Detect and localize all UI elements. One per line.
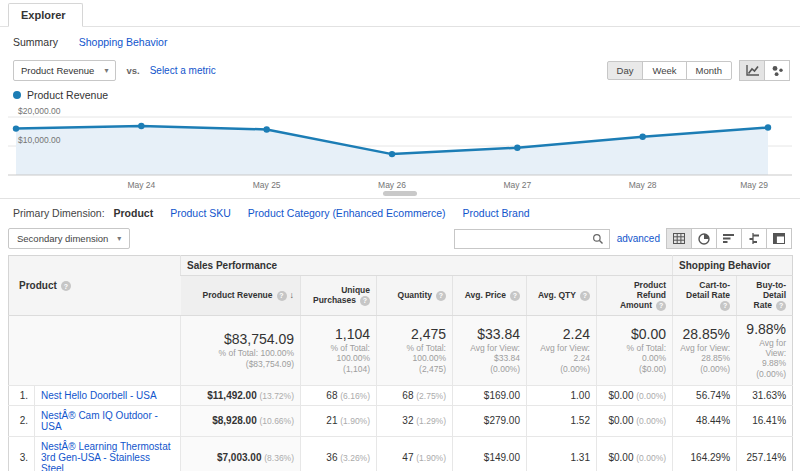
unique-purchases-cell: 68 (6.16%) xyxy=(301,385,377,405)
info-icon: ? xyxy=(61,281,71,291)
product-link[interactable]: NestÂ® Learning Thermostat 3rd Gen-USA -… xyxy=(41,441,170,471)
search-icon[interactable] xyxy=(587,230,609,248)
data-point-marker[interactable] xyxy=(639,134,645,140)
quantity-cell: 32 (1.29%) xyxy=(377,405,453,436)
subnav-summary[interactable]: Summary xyxy=(13,36,58,48)
info-icon: ? xyxy=(510,291,520,301)
buy-to-detail-cell: 16.41% xyxy=(737,405,793,436)
line-chart-icon xyxy=(746,65,759,76)
granularity-day-button[interactable]: Day xyxy=(607,61,644,80)
dimension-product-sku[interactable]: Product SKU xyxy=(170,207,231,219)
secondary-dimension-dropdown[interactable]: Secondary dimension ▾ xyxy=(8,228,130,249)
row-rank: 2. xyxy=(9,405,35,436)
avg-price-cell: $169.00 xyxy=(453,385,527,405)
totals-refund: $0.00 % of Total: 0.00% ($0.00) xyxy=(597,315,673,385)
column-header-avg-qty[interactable]: Avg. QTY? xyxy=(527,276,597,316)
motion-chart-button[interactable] xyxy=(764,60,790,81)
subnav-shopping-behavior[interactable]: Shopping Behavior xyxy=(79,36,168,48)
performance-view-button[interactable] xyxy=(716,228,742,249)
comparison-view-button[interactable] xyxy=(741,228,767,249)
column-header-quantity[interactable]: Quantity? xyxy=(377,276,453,316)
tab-explorer[interactable]: Explorer xyxy=(8,3,83,27)
data-point-marker[interactable] xyxy=(13,125,19,131)
table-search xyxy=(454,229,610,249)
totals-cart-to-detail: 28.85% Avg for View: 28.85% (0.00%) xyxy=(673,315,737,385)
select-a-metric-link[interactable]: Select a metric xyxy=(150,65,216,76)
dimension-product[interactable]: Product xyxy=(114,207,154,219)
cart-to-detail-cell: 48.44% xyxy=(673,405,737,436)
percentage-view-button[interactable] xyxy=(691,228,717,249)
product-link[interactable]: NestÂ® Cam IQ Outdoor - USA xyxy=(41,410,158,432)
cart-to-detail-cell: 164.29% xyxy=(673,436,737,471)
primary-dimension-label: Primary Dimension: xyxy=(13,207,105,219)
info-icon: ? xyxy=(776,301,786,311)
avg-qty-cell: 1.52 xyxy=(527,405,597,436)
totals-unique-purchases: 1,104 % of Total: 100.00% (1,104) xyxy=(301,315,377,385)
info-icon: ? xyxy=(580,291,590,301)
data-point-marker[interactable] xyxy=(765,124,771,130)
column-header-product-refund-amount[interactable]: Product Refund Amount? xyxy=(597,276,673,316)
percentage-view-icon xyxy=(698,233,710,245)
avg-qty-cell: 1.00 xyxy=(527,385,597,405)
table-row[interactable]: 3. NestÂ® Learning Thermostat 3rd Gen-US… xyxy=(9,436,793,471)
data-point-marker[interactable] xyxy=(263,126,269,132)
table-row[interactable]: 1. Nest Hello Doorbell - USA $11,492.00 … xyxy=(9,385,793,405)
column-header-product[interactable]: Product? xyxy=(9,256,181,316)
column-header-cart-to-detail-rate[interactable]: Cart-to-Detail Rate? xyxy=(673,276,737,316)
buy-to-detail-cell: 257.14% xyxy=(737,436,793,471)
chevron-down-icon: ▾ xyxy=(104,66,108,75)
refund-cell: $0.00 (0.00%) xyxy=(597,436,673,471)
data-point-marker[interactable] xyxy=(514,145,520,151)
info-icon: ? xyxy=(277,291,287,301)
advanced-link[interactable]: advanced xyxy=(617,233,660,244)
cart-to-detail-cell: 56.74% xyxy=(673,385,737,405)
chart-scrollbar-thumb[interactable] xyxy=(383,191,417,196)
tab-strip: Explorer xyxy=(0,0,800,27)
sort-descending-icon[interactable]: ↓ xyxy=(290,290,295,300)
avg-qty-cell: 1.31 xyxy=(527,436,597,471)
info-icon: ? xyxy=(720,301,730,311)
motion-chart-icon xyxy=(771,65,784,77)
x-axis-tick-label: May 29 xyxy=(740,180,768,190)
quantity-cell: 68 (2.75%) xyxy=(377,385,453,405)
totals-row: $83,754.09 % of Total: 100.00% ($83,754.… xyxy=(9,315,793,385)
chart-legend: Product Revenue xyxy=(0,83,800,105)
primary-dimension-bar: Primary Dimension: Product Product SKU P… xyxy=(0,198,800,225)
product-revenue-line-chart[interactable]: $20,000.00$10,000.00May 24May 25May 26Ma… xyxy=(8,105,792,195)
totals-product-revenue: $83,754.09 % of Total: 100.00% ($83,754.… xyxy=(181,315,301,385)
line-chart-button[interactable] xyxy=(739,60,765,81)
product-link[interactable]: Nest Hello Doorbell - USA xyxy=(41,390,157,401)
column-header-unique-purchases[interactable]: Unique Purchases? xyxy=(301,276,377,316)
data-point-marker[interactable] xyxy=(389,151,395,157)
group-header-shopping-behavior: Shopping Behavior xyxy=(673,256,793,276)
products-data-table: Product? Sales Performance Shopping Beha… xyxy=(8,255,793,471)
metric-picker-row: Product Revenue ▾ vs. Select a metric Da… xyxy=(0,56,800,83)
chevron-down-icon: ▾ xyxy=(117,234,121,243)
dimension-product-brand[interactable]: Product Brand xyxy=(463,207,530,219)
granularity-week-button[interactable]: Week xyxy=(642,61,686,80)
pivot-view-icon xyxy=(773,233,785,244)
pivot-view-button[interactable] xyxy=(766,228,792,249)
column-header-product-revenue[interactable]: Product Revenue?↓ xyxy=(181,276,301,316)
product-name-cell: NestÂ® Learning Thermostat 3rd Gen-USA -… xyxy=(35,436,181,471)
group-header-sales-performance: Sales Performance xyxy=(181,256,673,276)
granularity-button-group: Day Week Month xyxy=(607,61,732,80)
table-row[interactable]: 2. NestÂ® Cam IQ Outdoor - USA $8,928.00… xyxy=(9,405,793,436)
product-revenue-cell: $8,928.00 (10.66%) xyxy=(181,405,301,436)
unique-purchases-cell: 36 (3.26%) xyxy=(301,436,377,471)
column-header-buy-to-detail-rate[interactable]: Buy-to-Detail Rate? xyxy=(737,276,793,316)
totals-empty-cell xyxy=(9,315,181,385)
dimension-product-category[interactable]: Product Category (Enhanced Ecommerce) xyxy=(248,207,446,219)
metric-dropdown[interactable]: Product Revenue ▾ xyxy=(13,60,116,81)
chart-type-button-group xyxy=(740,60,790,81)
search-input[interactable] xyxy=(455,230,587,248)
row-rank: 1. xyxy=(9,385,35,405)
table-view-button[interactable] xyxy=(666,228,692,249)
buy-to-detail-cell: 31.63% xyxy=(737,385,793,405)
timeseries-chart: $20,000.00$10,000.00May 24May 25May 26Ma… xyxy=(8,105,792,196)
column-header-avg-price[interactable]: Avg. Price? xyxy=(453,276,527,316)
granularity-month-button[interactable]: Month xyxy=(686,61,732,80)
data-point-marker[interactable] xyxy=(138,123,144,129)
explorer-subnav: Summary Shopping Behavior xyxy=(0,27,800,56)
x-axis-tick-label: May 26 xyxy=(378,180,406,190)
